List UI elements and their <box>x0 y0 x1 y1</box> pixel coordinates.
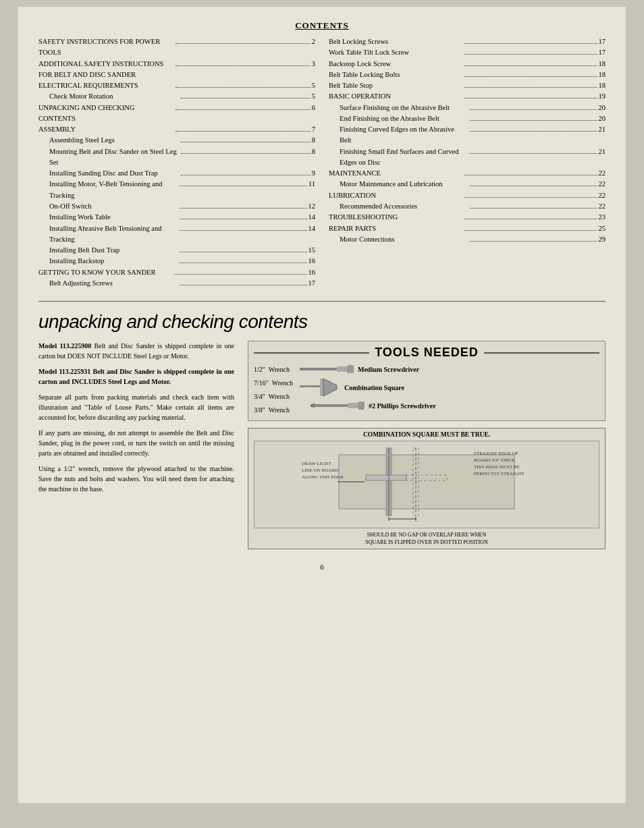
toc-item: On-Off Switch 12 <box>38 201 315 212</box>
contents-title: CONTENTS <box>38 20 606 31</box>
page-number: 6 <box>38 563 606 571</box>
para2-bold: Model 113.225931 Belt and Disc Sander is… <box>38 368 234 385</box>
wrench-item-1: 1/2" Wrench <box>254 364 293 376</box>
medium-screwdriver-label: Medium Screwdriver <box>358 366 419 373</box>
paragraph-2: Model 113.225931 Belt and Disc Sander is… <box>38 366 234 387</box>
svg-rect-5 <box>320 379 323 396</box>
toc-item: Surface Finishing on the Abrasive Belt 2… <box>329 103 606 113</box>
svg-rect-8 <box>348 403 358 408</box>
header-line-right <box>484 352 599 354</box>
paragraph-1: Model 113.225900 Belt and Disc Sander is… <box>38 341 234 361</box>
svg-text:ALONG THIS EDGE: ALONG THIS EDGE <box>302 474 344 480</box>
toc-item: ADDITIONAL SAFETY INSTRUCTIONS FOR BELT … <box>38 59 315 81</box>
wrenches-column: 1/2" Wrench 7/16" Wrench 3/4" Wrench 3/8… <box>254 364 293 416</box>
wrench-item-2: 7/16" Wrench <box>254 377 293 389</box>
toc-item: ASSEMBLY 7 <box>38 124 315 135</box>
combo-square-label: Combination Square <box>344 384 404 391</box>
combo-square-title: COMBINATION SQUARE MUST BE TRUE. <box>251 431 602 438</box>
toc-item: Motor Connections 29 <box>329 234 606 245</box>
svg-rect-9 <box>358 402 365 410</box>
toc-item: Belt Locking Screws 17 <box>329 36 606 47</box>
left-column: Model 113.225900 Belt and Disc Sander is… <box>38 341 234 549</box>
tools-content-area: 1/2" Wrench 7/16" Wrench 3/4" Wrench 3/8… <box>254 364 599 416</box>
paragraph-3: Separate all parts from packing material… <box>38 392 234 422</box>
tools-needed-title: TOOLS NEEDED <box>375 346 479 360</box>
svg-rect-2 <box>347 365 354 373</box>
toc-item: Motor Maintenance and Lubrication 22 <box>329 179 606 190</box>
toc-item: TROUBLESHOOTING 23 <box>329 212 606 223</box>
page: CONTENTS SAFETY INSTRUCTIONS FOR POWER T… <box>18 7 626 803</box>
svg-rect-7 <box>311 404 348 407</box>
tools-needed-header: TOOLS NEEDED <box>254 346 599 360</box>
content-area: Model 113.225900 Belt and Disc Sander is… <box>38 341 606 549</box>
section-divider <box>38 301 606 302</box>
section-title-text: unpacking and checking contents <box>38 311 308 332</box>
paragraph-4: If any parts are missing, do not attempt… <box>38 428 234 458</box>
svg-text:LINE ON BOARD: LINE ON BOARD <box>302 468 338 473</box>
svg-text:THIS EDGE MUST BE: THIS EDGE MUST BE <box>474 464 520 470</box>
svg-rect-0 <box>300 368 337 370</box>
toc-item: GETTING TO KNOW YOUR SANDER 16 <box>38 267 315 278</box>
tools-needed-box: TOOLS NEEDED 1/2" Wrench 7/16" Wrench 3/… <box>248 341 606 421</box>
toc-left-col: SAFETY INSTRUCTIONS FOR POWER TOOLS 2 AD… <box>38 36 315 289</box>
toc-item: ELECTRICAL REQUIREMENTS 5 <box>38 80 315 91</box>
toc-item: Installing Backstop 16 <box>38 256 315 267</box>
tools-icons-column: Medium Screwdriver Combination Square <box>300 364 599 416</box>
wrench-item-4: 3/8" Wrench <box>254 404 293 416</box>
svg-text:DRAW LIGHT: DRAW LIGHT <box>302 461 331 466</box>
combo-square-row: Combination Square <box>300 377 599 397</box>
toc-item: LUBRICATION 22 <box>329 190 606 201</box>
toc-item: Mounting Belt and Disc Sander on Steel L… <box>38 146 315 169</box>
svg-text:PERFECTLY STRAIGHT: PERFECTLY STRAIGHT <box>474 471 525 476</box>
toc-item: End Finishing on the Abrasive Belt 20 <box>329 113 606 124</box>
toc-item: Assembling Steel Legs 8 <box>38 135 315 146</box>
toc-item: Finishing Curved Edges on the Abrasive B… <box>329 124 606 146</box>
toc-item: MAINTENANCE 22 <box>329 168 606 179</box>
toc-right-col: Belt Locking Screws 17 Work Table Tilt L… <box>329 36 606 289</box>
svg-text:BOARD 3/4" THICK: BOARD 3/4" THICK <box>474 458 515 463</box>
combo-diagram-note: SHOULD BE NO GAP OR OVERLAP HERE WHENSQU… <box>251 531 602 546</box>
svg-rect-1 <box>337 366 347 372</box>
phillips-screwdriver-label: #2 Phillips Screwdriver <box>369 402 436 410</box>
toc-item: REPAIR PARTS 25 <box>329 223 606 234</box>
toc-item: BASIC OPERATION 19 <box>329 91 606 102</box>
toc-item: Installing Sanding Disc and Dust Trap 9 <box>38 168 315 179</box>
toc-item: Belt Table Stop 18 <box>329 80 606 91</box>
svg-rect-12 <box>339 455 514 509</box>
svg-text:STRAIGHT EDGE OF: STRAIGHT EDGE OF <box>474 451 518 456</box>
contents-section: CONTENTS SAFETY INSTRUCTIONS FOR POWER T… <box>38 20 606 289</box>
section-title: unpacking and checking contents <box>38 311 606 333</box>
combo-diagram-svg: DRAW LIGHT LINE ON BOARD ALONG THIS EDGE… <box>254 441 599 529</box>
toc-item: Installing Work Table 14 <box>38 212 315 223</box>
toc-item: UNPACKING AND CHECKING CONTENTS 6 <box>38 103 315 125</box>
combo-square-diagram: COMBINATION SQUARE MUST BE TRUE. <box>248 428 606 549</box>
phillips-screwdriver-icon <box>311 400 365 411</box>
toc-item: Backstop Lock Screw 18 <box>329 59 606 70</box>
toc-item: Belt Table Locking Bolts 18 <box>329 70 606 80</box>
toc-item: Installing Belt Dust Trap 15 <box>38 245 315 256</box>
svg-rect-14 <box>366 475 406 480</box>
para1-bold: Model 113.225900 <box>38 342 91 350</box>
toc-item: SAFETY INSTRUCTIONS FOR POWER TOOLS 2 <box>38 36 315 59</box>
svg-marker-6 <box>323 379 337 396</box>
screwdriver-icon <box>300 364 354 375</box>
toc-item: Belt Adjusting Screws 17 <box>38 278 315 289</box>
header-line-left <box>254 352 369 354</box>
toc-item: Check Motor Rotation 5 <box>38 91 315 102</box>
toc-item: Finishing Small End Surfaces and Curved … <box>329 146 606 169</box>
combination-square-icon <box>300 377 340 397</box>
wrench-item-3: 3/4" Wrench <box>254 391 293 403</box>
phillips-screwdriver-row: #2 Phillips Screwdriver <box>311 400 599 411</box>
toc-item: Work Table Tilt Lock Screw 17 <box>329 47 606 58</box>
right-column: TOOLS NEEDED 1/2" Wrench 7/16" Wrench 3/… <box>248 341 606 549</box>
toc-item: Recommended Accessories 22 <box>329 201 606 212</box>
medium-screwdriver-row: Medium Screwdriver <box>300 364 599 375</box>
contents-columns: SAFETY INSTRUCTIONS FOR POWER TOOLS 2 AD… <box>38 36 606 289</box>
toc-item: Installing Abrasive Belt Tensioning and … <box>38 223 315 246</box>
toc-item: Installing Motor, V-Belt Tensioning and … <box>38 179 315 201</box>
paragraph-5: Using a 1/2" wrench, remove the plywood … <box>38 464 234 494</box>
